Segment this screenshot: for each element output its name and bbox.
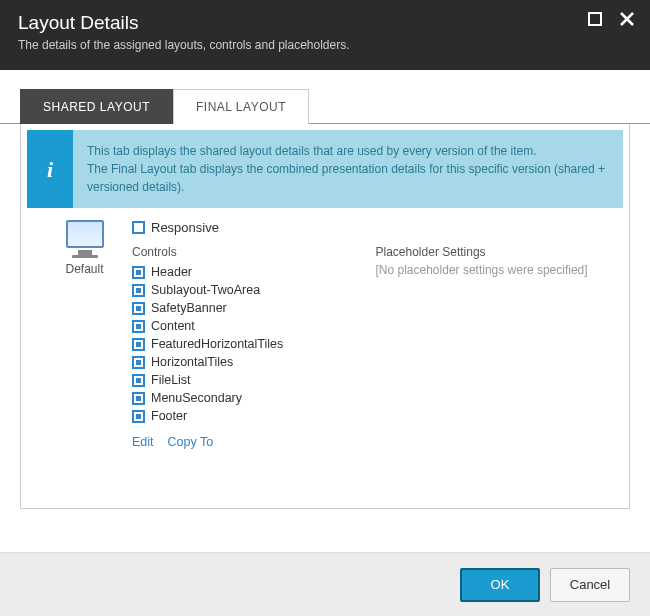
controls-heading: Controls <box>132 245 376 259</box>
tab-shared-layout[interactable]: SHARED LAYOUT <box>20 89 173 124</box>
info-line1: This tab displays the shared layout deta… <box>87 142 609 160</box>
control-label: HorizontalTiles <box>151 355 233 369</box>
rendering-icon <box>132 284 145 297</box>
info-icon: i <box>27 130 73 208</box>
edit-link[interactable]: Edit <box>132 435 154 449</box>
titlebar: Layout Details The details of the assign… <box>0 0 650 70</box>
control-item: MenuSecondary <box>132 389 376 407</box>
cancel-button[interactable]: Cancel <box>550 568 630 602</box>
control-label: Footer <box>151 409 187 423</box>
maximize-icon[interactable] <box>586 10 604 28</box>
control-item: FileList <box>132 371 376 389</box>
rendering-icon <box>132 320 145 333</box>
control-item: Header <box>132 263 376 281</box>
placeholders-heading: Placeholder Settings <box>376 245 620 259</box>
control-item: Sublayout-TwoArea <box>132 281 376 299</box>
dialog-footer: OK Cancel <box>0 552 650 616</box>
info-banner: i This tab displays the shared layout de… <box>27 130 623 208</box>
control-label: SafetyBanner <box>151 301 227 315</box>
rendering-icon <box>132 338 145 351</box>
layout-icon <box>132 221 145 234</box>
control-label: Content <box>151 319 195 333</box>
monitor-icon <box>66 220 104 248</box>
svg-rect-0 <box>589 13 601 25</box>
tab-final-layout[interactable]: FINAL LAYOUT <box>173 89 309 124</box>
layout-name: Responsive <box>151 220 219 235</box>
info-text: This tab displays the shared layout deta… <box>73 130 623 208</box>
control-label: Header <box>151 265 192 279</box>
ok-button[interactable]: OK <box>460 568 540 602</box>
controls-list: HeaderSublayout-TwoAreaSafetyBannerConte… <box>132 263 376 425</box>
rendering-icon <box>132 266 145 279</box>
rendering-icon <box>132 302 145 315</box>
rendering-icon <box>132 392 145 405</box>
control-item: FeaturedHorizontalTiles <box>132 335 376 353</box>
rendering-icon <box>132 410 145 423</box>
control-item: Content <box>132 317 376 335</box>
control-label: Sublayout-TwoArea <box>151 283 260 297</box>
control-label: MenuSecondary <box>151 391 242 405</box>
rendering-icon <box>132 356 145 369</box>
close-icon[interactable] <box>618 10 636 28</box>
control-item: SafetyBanner <box>132 299 376 317</box>
layout-scroll[interactable]: i This tab displays the shared layout de… <box>21 124 629 508</box>
info-line2: The Final Layout tab displays the combin… <box>87 160 609 196</box>
layout-name-row: Responsive <box>132 220 619 235</box>
layout-panel: i This tab displays the shared layout de… <box>20 124 630 509</box>
tabbar: SHARED LAYOUT FINAL LAYOUT <box>0 88 650 124</box>
dialog-title: Layout Details <box>18 12 632 34</box>
control-item: HorizontalTiles <box>132 353 376 371</box>
control-label: FileList <box>151 373 191 387</box>
placeholders-empty: [No placeholder settings were specified] <box>376 263 620 277</box>
control-label: FeaturedHorizontalTiles <box>151 337 283 351</box>
device-label: Default <box>37 262 132 276</box>
copy-to-link[interactable]: Copy To <box>168 435 214 449</box>
control-item: Footer <box>132 407 376 425</box>
rendering-icon <box>132 374 145 387</box>
device-default[interactable]: Default <box>37 220 132 449</box>
dialog-subtitle: The details of the assigned layouts, con… <box>18 38 632 52</box>
